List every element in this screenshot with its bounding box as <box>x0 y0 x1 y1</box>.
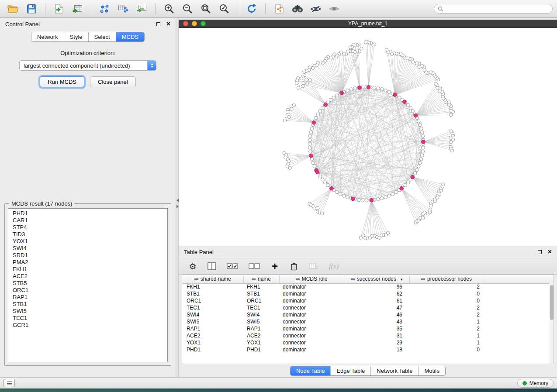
dropdown-stepper-icon[interactable] <box>147 61 156 70</box>
table-tab-edge-table[interactable]: Edge Table <box>331 366 371 375</box>
table-cell[interactable]: RAP1 <box>182 325 243 332</box>
export-network-icon[interactable] <box>270 2 288 15</box>
table-cell[interactable]: 46 <box>344 311 409 318</box>
panel-splitter[interactable] <box>176 18 179 377</box>
search-input[interactable] <box>446 6 549 12</box>
table-cell[interactable]: 2 <box>409 304 484 311</box>
tab-style[interactable]: Style <box>64 32 89 41</box>
table-row[interactable]: TEC1TEC1connector472 <box>182 304 554 311</box>
table-cell[interactable]: 0 <box>409 346 484 353</box>
close-table-panel-icon[interactable]: × <box>548 250 552 254</box>
mcds-result-item[interactable]: STB5 <box>13 280 167 287</box>
save-icon[interactable] <box>23 2 40 15</box>
automation-panel-icon[interactable] <box>3 379 15 387</box>
zoom-out-icon[interactable] <box>179 2 196 15</box>
table-cell[interactable]: YOX1 <box>243 339 279 346</box>
mcds-result-item[interactable]: FKH1 <box>13 266 167 273</box>
close-panel-button[interactable]: Close panel <box>90 76 136 87</box>
zoom-selected-icon[interactable] <box>215 2 233 15</box>
tab-network[interactable]: Network <box>31 32 64 41</box>
delete-column-trash-icon[interactable] <box>290 262 298 271</box>
table-cell[interactable]: ACE2 <box>182 332 243 339</box>
table-cell[interactable]: connector <box>279 339 344 346</box>
table-cell[interactable]: 31 <box>344 332 409 339</box>
table-cell[interactable]: SWI4 <box>182 311 243 318</box>
table-row[interactable]: PHD1PHD1dominator180 <box>182 346 554 353</box>
table-row[interactable]: ACE2ACE2connector311 <box>182 332 554 339</box>
table-cell[interactable]: ACE2 <box>243 332 279 339</box>
mcds-result-item[interactable]: STP4 <box>13 224 167 231</box>
mcds-result-item[interactable]: SWI4 <box>13 245 167 252</box>
column-header-successor-nodes[interactable]: successor nodes▾ <box>344 275 409 283</box>
column-header-predecessor-nodes[interactable]: predecessor nodes <box>409 275 484 283</box>
table-cell[interactable]: ORC1 <box>182 297 243 304</box>
mcds-result-item[interactable]: TEC1 <box>13 315 167 322</box>
float-panel-icon[interactable] <box>156 22 160 26</box>
maximize-window-icon[interactable] <box>201 21 206 26</box>
table-cell[interactable]: YOX1 <box>182 339 243 346</box>
table-cell[interactable]: dominator <box>279 325 344 332</box>
mcds-result-item[interactable]: PMA2 <box>13 259 167 266</box>
table-cell[interactable]: dominator <box>279 346 344 353</box>
refresh-icon[interactable] <box>243 2 260 15</box>
table-cell[interactable]: connector <box>279 318 344 325</box>
zoom-fit-icon[interactable] <box>197 2 214 15</box>
table-row[interactable]: YOX1YOX1connector291 <box>182 339 554 346</box>
table-cell[interactable]: SWI4 <box>243 311 279 318</box>
table-cell[interactable]: dominator <box>279 297 344 304</box>
float-table-panel-icon[interactable] <box>538 250 542 254</box>
mcds-result-item[interactable]: CAR1 <box>13 217 167 224</box>
table-cell[interactable]: dominator <box>279 290 344 297</box>
table-cell[interactable]: RAP1 <box>243 325 279 332</box>
table-cell[interactable]: FKH1 <box>243 283 279 290</box>
table-cell[interactable]: STB1 <box>182 290 243 297</box>
table-cell[interactable]: PHD1 <box>243 346 279 353</box>
table-cell[interactable]: 1 <box>409 318 484 325</box>
network-graph[interactable] <box>179 28 557 246</box>
scrollbar-thumb[interactable] <box>550 285 554 320</box>
table-row[interactable]: STB1STB1dominator620 <box>182 290 554 297</box>
mcds-result-list[interactable]: PHD1CAR1STP4TID3YOX1SWI4SRD1PMA2FKH1ACE2… <box>8 208 168 362</box>
table-row[interactable]: SWI5SWI5connector431 <box>182 318 554 325</box>
close-window-icon[interactable] <box>183 21 188 26</box>
sort-chevron-icon[interactable]: ▾ <box>401 277 403 282</box>
table-cell[interactable]: 1 <box>409 332 484 339</box>
network-from-table-icon[interactable] <box>114 2 132 15</box>
zoom-in-icon[interactable] <box>160 2 178 15</box>
table-cell[interactable]: 2 <box>409 283 484 290</box>
table-cell[interactable]: 2 <box>409 325 484 332</box>
table-cell[interactable]: connector <box>279 304 344 311</box>
network-canvas[interactable] <box>179 28 557 246</box>
new-network-icon[interactable] <box>96 2 114 15</box>
table-cell[interactable]: 96 <box>344 283 409 290</box>
search-box[interactable] <box>434 4 553 14</box>
table-cell[interactable]: connector <box>279 332 344 339</box>
search-network-icon[interactable] <box>289 2 306 15</box>
table-cell[interactable]: TEC1 <box>243 304 279 311</box>
hide-graphics-details-icon[interactable] <box>307 2 325 15</box>
table-tab-motifs[interactable]: Motifs <box>419 366 445 375</box>
table-cell[interactable]: FKH1 <box>182 283 243 290</box>
table-cell[interactable]: 0 <box>409 297 484 304</box>
table-row[interactable]: ORC1ORC1dominator610 <box>182 297 554 304</box>
mcds-result-item[interactable]: SWI5 <box>13 308 167 315</box>
mcds-result-item[interactable]: YOX1 <box>13 238 167 245</box>
mcds-result-item[interactable]: ACE2 <box>13 273 167 280</box>
mcds-result-item[interactable]: GCR1 <box>13 322 167 329</box>
table-cell[interactable]: 1 <box>409 339 484 346</box>
criterion-dropdown[interactable]: largest connected component (undirected) <box>19 60 156 71</box>
open-folder-icon[interactable] <box>4 2 22 15</box>
table-cell[interactable]: SWI5 <box>243 318 279 325</box>
network-window-titlebar[interactable]: YPA_prune.txt_1 <box>179 20 557 28</box>
table-tab-network-table[interactable]: Network Table <box>371 366 419 375</box>
column-header-MCDS-role[interactable]: MCDS role <box>279 275 344 283</box>
table-cell[interactable]: 35 <box>344 325 409 332</box>
table-cell[interactable]: ORC1 <box>243 297 279 304</box>
show-graphics-details-icon[interactable] <box>325 2 343 15</box>
table-row[interactable]: RAP1RAP1dominator352 <box>182 325 554 332</box>
table-tab-node-table[interactable]: Node Table <box>291 366 331 375</box>
table-cell[interactable]: dominator <box>279 283 344 290</box>
table-row[interactable]: SWI4SWI4dominator462 <box>182 311 554 318</box>
show-column-panel-icon[interactable] <box>208 262 216 270</box>
minimize-window-icon[interactable] <box>192 21 197 26</box>
